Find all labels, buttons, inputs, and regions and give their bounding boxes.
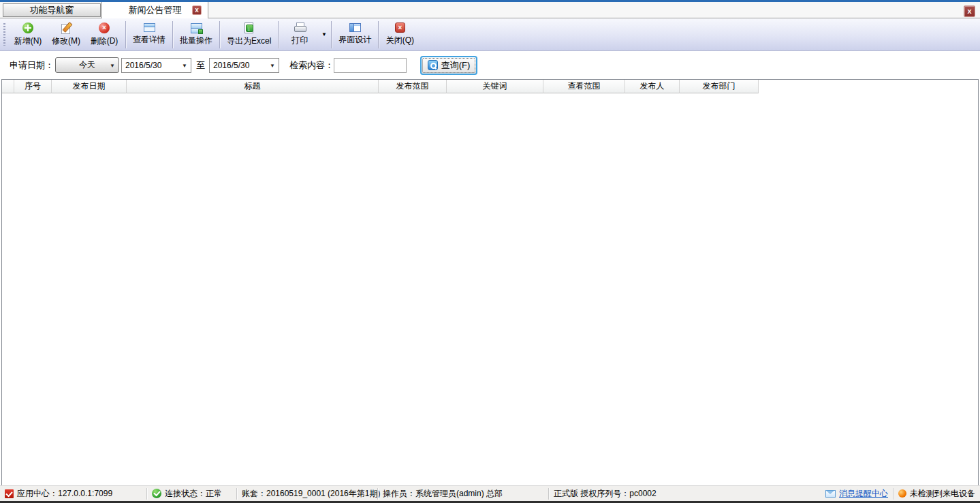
status-account: 账套：20160519_0001 (2016年第1期) [237,486,377,501]
status-license: 正式版 授权序列号：pc0002 [549,486,821,501]
envelope-icon [825,490,836,498]
status-connection: 连接状态：正常 [147,486,236,501]
close-button[interactable]: 关闭(Q) [381,20,419,50]
edit-icon [61,22,72,33]
date-to-value: 2016/5/30 [213,61,249,70]
chevron-down-icon: ▼ [270,62,275,68]
export-excel-icon [244,22,253,33]
batch-operation-button-label: 批量操作 [180,35,212,46]
filter-bar: 申请日期： 今天 ▼ 2016/5/30 ▼ 至 2016/5/30 ▼ 检索内… [0,51,980,79]
column-header-publisher[interactable]: 发布人 [625,80,680,93]
date-from-value: 2016/5/30 [125,61,161,70]
toolbar-separator [278,21,279,48]
tab-label: 新闻公告管理 [129,4,182,16]
batch-operation-icon [191,22,202,33]
column-header-view-scope[interactable]: 查看范围 [543,80,625,93]
view-detail-button-label: 查看详情 [133,34,165,46]
ui-design-button[interactable]: 界面设计 [334,20,376,50]
to-label: 至 [196,59,205,72]
view-detail-icon [144,23,155,32]
add-button[interactable]: 新增(N) [9,20,47,50]
add-icon [22,22,33,33]
device-alert-icon [898,489,906,498]
search-content-label: 检索内容： [289,59,334,72]
tab-news-announcement-management[interactable]: 新闻公告管理 x [101,2,208,18]
device-text: 未检测到来电设备 [910,488,975,500]
column-header-publish-date[interactable]: 发布日期 [52,80,127,93]
column-header-keywords[interactable]: 关键词 [447,80,543,93]
ui-design-icon [349,23,361,32]
tab-function-navigation[interactable]: 功能导航窗 [3,3,101,17]
grid-body [2,93,978,486]
apply-date-label: 申请日期： [10,59,54,72]
date-from-picker[interactable]: 2016/5/30 ▼ [121,58,191,73]
status-app-center: 应用中心：127.0.0.1:7099 [0,486,146,501]
message-center-link[interactable]: 消息提醒中心 [839,488,888,500]
ui-design-button-label: 界面设计 [338,34,371,46]
chevron-down-icon: ▼ [182,62,187,68]
column-header-title[interactable]: 标题 [127,80,379,93]
operator-text: 操作员：系统管理员(admin) 总部 [383,488,503,500]
license-text: 正式版 授权序列号：pc0002 [554,488,657,500]
toolbar-separator [378,21,379,48]
status-bar: 应用中心：127.0.0.1:7099 连接状态：正常 账套：20160519_… [0,485,980,501]
column-header-publish-scope[interactable]: 发布范围 [379,80,447,93]
grid: 序号 发布日期 标题 发布范围 关键词 查看范围 发布人 发布部门 [1,79,979,485]
print-button[interactable]: 打印 [281,20,319,50]
date-to-picker[interactable]: 2016/5/30 ▼ [209,58,279,73]
window-close-icon[interactable]: x [964,5,975,17]
column-header-serial[interactable]: 序号 [14,80,52,93]
query-button-label: 查询(F) [441,59,471,72]
close-icon [395,22,405,33]
account-text: 账套：20160519_0001 (2016年第1期) [242,488,380,500]
grid-header: 序号 发布日期 标题 发布范围 关键词 查看范围 发布人 发布部门 [2,80,978,93]
date-preset-select[interactable]: 今天 ▼ [55,57,119,73]
toolbar-separator [219,21,220,48]
status-operator: 操作员：系统管理员(admin) 总部 [378,486,548,501]
toolbar-separator [125,21,126,48]
close-button-label: 关闭(Q) [386,35,414,46]
delete-button-label: 删除(D) [91,35,118,47]
delete-icon [99,22,110,33]
toolbar-grip-handle[interactable] [3,23,5,46]
status-message-center: 消息提醒中心 [821,486,893,501]
tab-bar: 功能导航窗 新闻公告管理 x x [0,2,980,18]
edit-button[interactable]: 修改(M) [47,20,85,50]
grid-header-filler [759,80,978,93]
print-dropdown-arrow[interactable]: ▼ [319,20,329,50]
delete-button[interactable]: 删除(D) [85,20,123,50]
chevron-down-icon: ▼ [110,62,115,68]
print-icon [294,22,305,33]
query-button[interactable]: 查询(F) [420,56,477,75]
connection-text: 连接状态：正常 [165,488,222,500]
add-button-label: 新增(N) [14,35,42,47]
date-preset-value: 今天 [79,59,95,71]
view-detail-button[interactable]: 查看详情 [128,20,170,50]
print-button-label: 打印 [291,35,308,46]
app-center-text: 应用中心：127.0.0.1:7099 [17,488,112,500]
edit-button-label: 修改(M) [52,35,80,47]
status-incoming-call-device: 未检测到来电设备 [894,486,980,501]
export-excel-button-label: 导出为Excel [227,35,271,47]
export-excel-button[interactable]: 导出为Excel [222,20,276,50]
column-header-publish-department[interactable]: 发布部门 [680,80,759,93]
batch-operation-button[interactable]: 批量操作 [175,20,217,50]
toolbar: 新增(N) 修改(M) 删除(D) 查看详情 批量操作 导出为Excel 打印 … [0,18,980,51]
app-logo-icon [5,489,14,498]
search-input[interactable] [334,58,407,73]
toolbar-separator [331,21,332,48]
toolbar-separator [172,21,173,48]
column-header-indicator[interactable] [2,80,14,93]
tab-close-icon[interactable]: x [192,5,202,15]
connection-ok-icon [152,489,161,498]
search-icon [428,60,438,70]
